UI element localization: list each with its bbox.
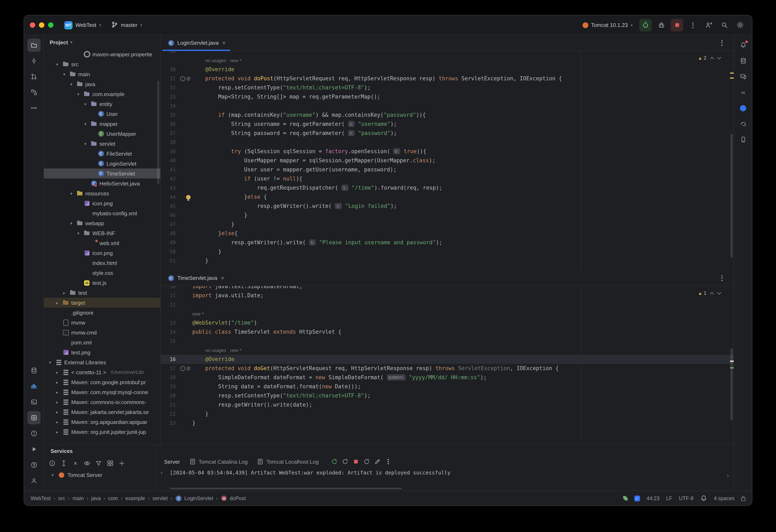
tool-strip-button-pull-requests[interactable] bbox=[27, 70, 40, 83]
tree-item-icon-png[interactable]: icon.png bbox=[44, 248, 160, 258]
tool-strip-button-services[interactable] bbox=[27, 411, 40, 424]
search-everywhere-button[interactable] bbox=[718, 19, 731, 31]
code-line[interactable]: 48 }else{ bbox=[161, 229, 734, 238]
line-ending[interactable]: LF bbox=[666, 495, 672, 501]
chevron-right-icon[interactable]: ▸ bbox=[54, 410, 60, 414]
chevron-down-icon[interactable]: ▾ bbox=[75, 92, 81, 96]
tool-strip-button-git-user[interactable] bbox=[27, 474, 40, 487]
code-line[interactable]: no usages new * bbox=[161, 346, 734, 355]
prev-problem-icon[interactable] bbox=[710, 292, 714, 296]
code-line[interactable]: 51 } bbox=[161, 256, 734, 265]
encoding[interactable]: UTF-8 bbox=[679, 495, 694, 501]
tool-strip-button-notifications[interactable] bbox=[737, 38, 750, 52]
code-area[interactable]: 10import java.text.SimpleDateFormat;11im… bbox=[161, 286, 734, 428]
services-tab-server[interactable]: Server bbox=[160, 457, 184, 466]
code-line[interactable]: 17↑@ protected void doGet(HttpServletReq… bbox=[161, 364, 734, 373]
code-line[interactable]: 35 if (map.containsKey("username") && ma… bbox=[161, 110, 734, 119]
breadcrumb-dopost[interactable]: doPost bbox=[221, 495, 246, 502]
code-line[interactable]: 49 resp.getWriter().write( s: "Please in… bbox=[161, 238, 734, 247]
chevron-right-icon[interactable]: ▸ bbox=[54, 420, 60, 424]
tool-strip-button-ai-assistant[interactable] bbox=[737, 101, 750, 115]
tree-item-index-html[interactable]: index.html bbox=[44, 258, 160, 268]
services-tab-tomcat-catalina-log[interactable]: Tomcat Catalina Log bbox=[185, 457, 252, 466]
code-line[interactable]: 47 } bbox=[161, 220, 734, 229]
tree-item-webapp[interactable]: ▾webapp bbox=[44, 218, 160, 228]
breadcrumb-loginservlet[interactable]: LoginServlet bbox=[175, 495, 213, 502]
tool-strip-button-project-folder[interactable] bbox=[27, 38, 40, 52]
tool-strip-button-gradle[interactable] bbox=[737, 117, 750, 130]
chevron-down-icon[interactable]: ▾ bbox=[54, 62, 60, 66]
console-action-more-v-button[interactable] bbox=[383, 457, 393, 467]
write-access-icon[interactable] bbox=[741, 496, 745, 501]
chevron-right-icon[interactable]: ▸ bbox=[61, 290, 67, 295]
tree-item-maven-com-mysql-mysql-conne[interactable]: ▸Maven: com.mysql:mysql-conne bbox=[44, 387, 160, 397]
tool-strip-button-device-manager[interactable] bbox=[737, 133, 750, 146]
code-line[interactable]: 30 @Override bbox=[161, 65, 734, 74]
run-configuration-selector[interactable]: Tomcat 10.1.23 ▾ bbox=[579, 20, 636, 30]
tree-item-mvnw[interactable]: mvnw bbox=[44, 317, 160, 327]
services-toolbar-add-button[interactable] bbox=[117, 458, 127, 468]
close-window-button[interactable] bbox=[30, 22, 35, 28]
code-line[interactable]: 12 bbox=[161, 300, 734, 309]
code-line[interactable]: 16 @Override bbox=[161, 355, 734, 364]
code-line[interactable]: 32 resp.setContentType("text/html;charse… bbox=[161, 83, 734, 92]
tool-strip-button-database[interactable] bbox=[737, 54, 750, 67]
tool-strip-button-commit[interactable] bbox=[27, 54, 40, 67]
project-panel-header[interactable]: Project ▾ bbox=[44, 35, 160, 49]
tree-item-loginservlet[interactable]: LoginServlet bbox=[44, 159, 160, 169]
tree-item-maven-wrapper-propertie[interactable]: maven-wrapper.propertie bbox=[44, 49, 160, 59]
console-action-edit-button[interactable] bbox=[373, 457, 383, 467]
chevron-right-icon[interactable]: ▸ bbox=[54, 380, 60, 384]
services-toolbar-filter-button[interactable] bbox=[93, 458, 104, 468]
code-line[interactable]: 46 } bbox=[161, 211, 734, 220]
tool-strip-button-ai-chat[interactable] bbox=[737, 70, 750, 83]
tree-item-web-xml[interactable]: web.xml bbox=[44, 238, 160, 248]
project-widget[interactable]: WT WebTest ▾ bbox=[61, 19, 105, 31]
rerun-button[interactable] bbox=[639, 19, 652, 31]
tool-strip-button-more[interactable] bbox=[27, 101, 40, 115]
tool-strip-button-docker[interactable] bbox=[27, 380, 40, 393]
editor1-scrollbar[interactable] bbox=[731, 134, 733, 258]
chevron-right-icon[interactable]: ▸ bbox=[54, 300, 60, 305]
code-line[interactable]: 50 } bbox=[161, 247, 734, 256]
code-line[interactable]: 10import java.text.SimpleDateFormat; bbox=[161, 286, 734, 291]
settings-button[interactable] bbox=[734, 19, 746, 31]
chevron-down-icon[interactable]: ▾ bbox=[75, 231, 81, 235]
services-toolbar-eye-button[interactable] bbox=[82, 458, 92, 468]
tree-item-mvnw-cmd[interactable]: mvnw.cmd bbox=[44, 327, 160, 337]
breadcrumb-java[interactable]: java bbox=[91, 495, 101, 501]
inspections-widget[interactable]: ▲2 bbox=[696, 54, 723, 62]
indent-config[interactable]: 4 spaces bbox=[714, 495, 735, 501]
tool-strip-button-run[interactable] bbox=[27, 443, 40, 456]
tab-loginservlet[interactable]: LoginServlet.java × bbox=[162, 35, 230, 50]
code-line[interactable]: 40 UserMapper mapper = sqlSession.getMap… bbox=[161, 156, 734, 165]
power-save-icon[interactable] bbox=[623, 496, 627, 501]
code-line[interactable]: 45 resp.getWriter().write( s: "Login fai… bbox=[161, 202, 734, 211]
tree-item-maven-jakarta-servlet-jakarta-se[interactable]: ▸Maven: jakarta.servlet:jakarta.se bbox=[44, 407, 160, 417]
tree-item-servlet[interactable]: ▾servlet bbox=[44, 139, 160, 149]
tree-item-external-libraries[interactable]: ▾External Libraries bbox=[44, 357, 160, 367]
project-scrollbar[interactable] bbox=[157, 81, 160, 184]
annotation-gutter-icon[interactable]: @ bbox=[186, 74, 191, 83]
code-line[interactable]: 22 } bbox=[161, 410, 734, 419]
intention-bulb-icon[interactable] bbox=[186, 195, 191, 199]
server-console[interactable]: › [2024-05-04 03:54:04,439] Artifact Web… bbox=[156, 468, 734, 491]
code-line[interactable]: 19 String date = dateFormat.format(new D… bbox=[161, 382, 734, 391]
minimize-window-button[interactable] bbox=[39, 22, 44, 28]
tree-item-test[interactable]: ▸test bbox=[44, 288, 160, 298]
tree-item-tomcat-server[interactable]: ▾ Tomcat Server bbox=[44, 470, 155, 480]
chevron-down-icon[interactable]: ▾ bbox=[68, 191, 74, 196]
code-line[interactable]: 14public class TimeServlet extends HttpS… bbox=[161, 327, 734, 336]
tree-item-usermapper[interactable]: UserMapper bbox=[44, 129, 160, 139]
prev-problem-icon[interactable] bbox=[710, 57, 714, 61]
code-line[interactable]: 13@WebServlet("/time") bbox=[161, 318, 734, 327]
chevron-down-icon[interactable]: ▾ bbox=[82, 121, 88, 126]
editor2-scrollbar[interactable] bbox=[731, 348, 733, 421]
chevron-right-icon[interactable]: ▸ bbox=[54, 370, 60, 374]
tool-strip-button-maven[interactable]: m bbox=[737, 86, 750, 99]
ok-stripe-mark[interactable] bbox=[730, 367, 734, 368]
console-action-refresh-button[interactable] bbox=[340, 457, 350, 467]
chevron-down-icon[interactable]: ▾ bbox=[82, 102, 88, 106]
tool-strip-button-terminal[interactable] bbox=[27, 395, 40, 409]
vcs-branch-widget[interactable]: master ▾ bbox=[108, 19, 146, 31]
